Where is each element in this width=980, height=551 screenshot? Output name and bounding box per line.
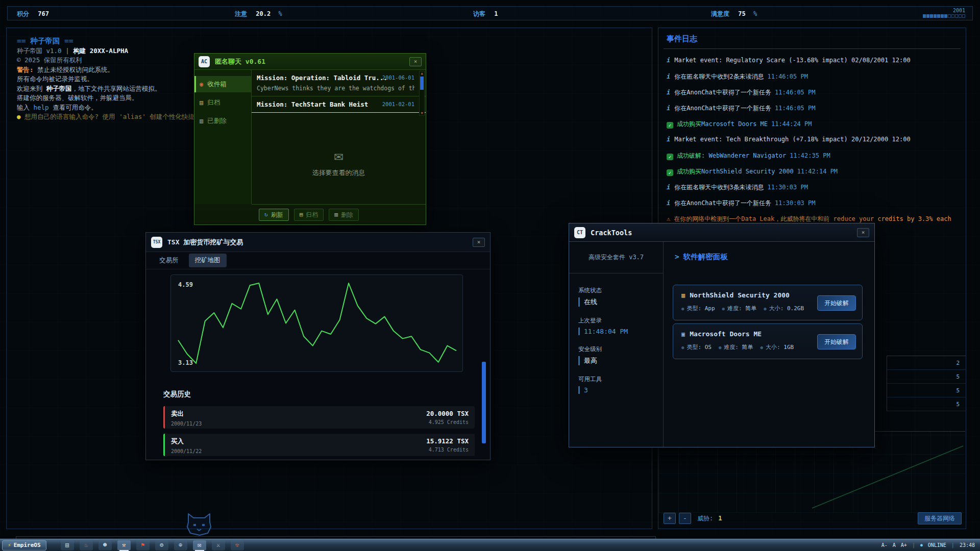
clock: 23:48: [960, 542, 975, 548]
folder-label: 收件箱: [207, 80, 227, 89]
taskbar-icon-strip: ▤♨☻⚒⚑⚙⊕✉⚔☢: [61, 540, 244, 550]
side-stat-row: 5: [887, 370, 966, 384]
folder-label: 已删除: [207, 117, 227, 126]
year-progress-blocks: [923, 14, 965, 18]
fire-icon[interactable]: ☢: [231, 540, 244, 550]
hammer-icon[interactable]: ⚒: [117, 540, 131, 550]
satisfaction-unit: %: [753, 10, 757, 17]
zoom-in-button[interactable]: +: [664, 513, 676, 524]
score-value: 767: [38, 10, 49, 17]
price-line: [171, 275, 462, 371]
anonchat-titlebar[interactable]: AC 匿名聊天 v0.61 ×: [194, 54, 426, 70]
tab-交易所[interactable]: 交易所: [153, 254, 185, 267]
tab-挖矿地图[interactable]: 挖矿地图: [189, 254, 227, 267]
trade-amount: 15.9122 TSX: [426, 437, 469, 445]
bullet-icon: ●: [764, 306, 766, 311]
online-status-icon: ●: [920, 543, 923, 547]
game-screen: 积分 767 注意 20.2 % 访客 1 满意度 75 % 2001 == 种…: [0, 0, 980, 551]
refresh-button[interactable]: ↻刷新: [259, 209, 289, 221]
year-progress-block: [959, 14, 962, 18]
bolt-icon: ⚡: [8, 542, 11, 548]
threat-value: 1: [718, 515, 722, 522]
bottle-icon[interactable]: ♨: [80, 540, 93, 550]
meta-text: 类型:: [687, 305, 704, 312]
meta-item: ●类型: OS: [681, 344, 712, 350]
text-segment: 搭建你的服务器、破解软件，并躲避当局。: [17, 94, 138, 102]
bullet-icon: ●: [681, 345, 684, 350]
stat-label: 系统状态: [578, 287, 663, 294]
server-network-button[interactable]: 服务器网络: [918, 512, 962, 524]
user-icon[interactable]: ☻: [99, 540, 112, 550]
trade-history-row: 买入2000/11/2215.9122 TSX4.713 Credits: [163, 434, 475, 456]
meta-text: 类型:: [687, 344, 704, 350]
font-reset-button[interactable]: A: [893, 542, 896, 548]
bullet-icon: ●: [681, 306, 684, 311]
bullet-icon: ●: [761, 345, 763, 350]
font-smaller-button[interactable]: A-: [881, 542, 888, 548]
text-segment: 警告:: [17, 66, 34, 73]
sidebar-item-trash[interactable]: ▥已删除: [194, 113, 251, 129]
attention-unit: %: [278, 10, 282, 17]
close-icon[interactable]: ×: [857, 228, 869, 237]
event-log-entry: i你在AnonChat中获得了一个新任务11:46:05 PM: [667, 104, 961, 120]
bank-icon: ▦: [681, 292, 685, 299]
text-segment: 构建 20XX-ALPHA: [73, 47, 128, 55]
cracktools-title: CrackTools: [591, 229, 632, 237]
year-progress-block: [937, 14, 940, 18]
delete-button[interactable]: ▥删除: [329, 209, 359, 221]
software-meta: ●类型: App●难度: 简单●大小: 0.2GB: [681, 305, 811, 312]
start-label: EmpireOS: [14, 542, 41, 548]
zoom-out-button[interactable]: -: [679, 513, 691, 524]
trade-amount: 20.0000 TSX: [426, 410, 469, 417]
stat-value: 11:48:04 PM: [578, 328, 663, 335]
satisfaction-value: 75: [738, 10, 745, 17]
sidebar-item-inbox[interactable]: ◉收件箱: [194, 76, 251, 92]
message-list-item[interactable]: Mission: TechStart Bank Heist2001-02-01: [252, 96, 426, 113]
chat-icon[interactable]: ✉: [193, 540, 206, 550]
software-card: ▦NorthShield Security 2000●类型: App●难度: 简…: [673, 285, 863, 320]
start-crack-button[interactable]: 开始破解: [817, 334, 856, 349]
chart-max-label: 4.59: [178, 281, 193, 288]
cracktools-titlebar[interactable]: CT CrackTools ×: [569, 223, 874, 242]
megaphone-icon[interactable]: ⚑: [136, 540, 150, 550]
scroll-up-icon[interactable]: ▲: [420, 71, 424, 76]
system-stats: 系统状态在线上次登录11:48:04 PM安全级别最高可用工具3: [569, 287, 663, 394]
empty-state: ✉ 选择要查看的消息: [252, 146, 426, 178]
cart-icon[interactable]: ▤: [61, 540, 74, 550]
scroll-down-icon[interactable]: ▼: [420, 111, 424, 115]
year-value: 2001: [923, 8, 965, 13]
trade-history-title: 交易历史: [163, 390, 475, 399]
trade-side: 卖出: [171, 410, 469, 418]
start-crack-button[interactable]: 开始破解: [817, 295, 856, 311]
start-menu-button[interactable]: ⚡ EmpireOS: [2, 540, 46, 550]
globe-icon[interactable]: ⊕: [174, 540, 187, 550]
delete-icon: ▥: [334, 209, 338, 220]
tsx-scrollbar-thumb[interactable]: [482, 362, 486, 443]
message-scrollbar[interactable]: ▲ ▼: [419, 71, 425, 116]
gear-icon[interactable]: ⚙: [155, 540, 168, 550]
online-label: ONLINE: [928, 542, 946, 548]
event-subject: WebWanderer Navigator: [705, 152, 786, 159]
meta-text: 大小:: [766, 344, 783, 350]
pickaxe-icon[interactable]: ⚔: [212, 540, 225, 550]
trash-icon: ▥: [200, 117, 203, 124]
year-progress: 2001: [923, 8, 965, 18]
sidebar-item-archive[interactable]: ▤归档: [194, 94, 251, 111]
event-time: 11:30:03 PM: [775, 199, 815, 207]
text-segment: 种子帝国: [46, 85, 72, 92]
event-time: 11:46:05 PM: [767, 73, 807, 80]
archive-button[interactable]: ▤归档: [294, 209, 324, 221]
event-log-entry: ✓成功购买Macrosoft Doors ME11:44:24 PM: [667, 120, 961, 136]
meta-value: 1GB: [783, 344, 794, 350]
close-icon[interactable]: ×: [409, 57, 422, 66]
scrollbar-thumb[interactable]: [420, 77, 424, 90]
tsx-tab-bar: 交易所挖矿地图: [146, 252, 490, 269]
meta-item: ●大小: 1GB: [761, 344, 794, 350]
tsx-titlebar[interactable]: TSX TSX 加密货币挖矿与交易 ×: [146, 233, 490, 252]
font-larger-button[interactable]: A+: [901, 542, 907, 548]
text-segment: 种子帝国 v1.0 |: [17, 47, 73, 55]
message-list-item[interactable]: Mission: Operation: Tabloid Tru...2001-0…: [252, 70, 426, 96]
close-icon[interactable]: ×: [473, 238, 485, 247]
score-label: 积分: [17, 10, 29, 17]
anonchat-window: AC 匿名聊天 v0.61 × ◉收件箱▤归档▥已删除 Mission: Ope…: [194, 53, 426, 225]
